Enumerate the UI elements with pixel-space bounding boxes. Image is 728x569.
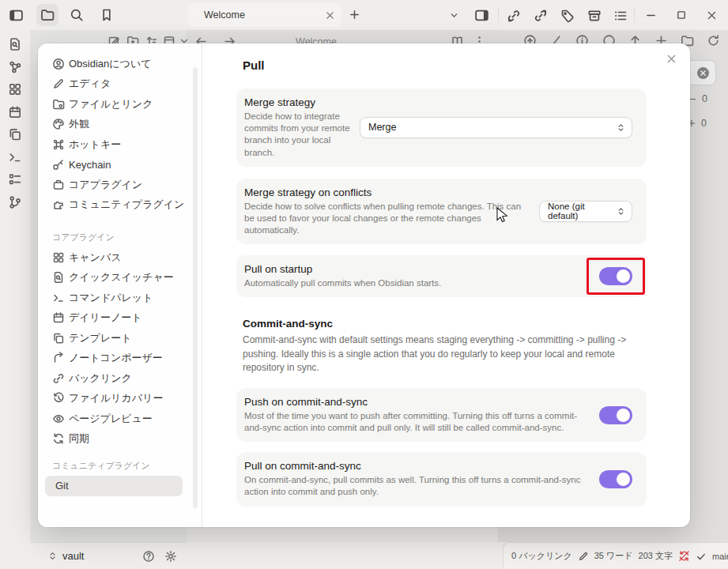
merge-strategy-select[interactable]: Merge xyxy=(360,117,632,138)
modal-close-icon[interactable] xyxy=(666,53,677,65)
section-heading: Commit-and-sync xyxy=(243,318,647,330)
setting-info: Push on commit-and-sync Most of the time… xyxy=(244,396,599,434)
files-view-button[interactable] xyxy=(36,4,58,26)
note-composer-icon xyxy=(52,352,65,364)
sidebar-item-file-recovery[interactable]: ファイルリカバリー xyxy=(38,389,202,409)
history-icon xyxy=(52,392,65,405)
tab-welcome[interactable]: Welcome xyxy=(188,3,341,27)
folder-icon xyxy=(40,8,55,22)
pull-on-commit-and-sync-toggle[interactable] xyxy=(599,470,632,488)
word-count: 35 ワード xyxy=(594,550,633,562)
calendar-icon xyxy=(52,311,65,324)
new-tab-icon[interactable] xyxy=(349,9,360,21)
settings-sidebar: Obsidianについて エディタ ファイルとリンク 外観 ホットキー Keyc… xyxy=(38,43,202,527)
vault-name: vault xyxy=(62,550,84,562)
git-up-to-date-icon xyxy=(696,551,707,562)
status-bar: 0 バックリンク 35 ワード 203 文字 main xyxy=(503,542,728,569)
tab-close-icon[interactable] xyxy=(325,10,335,21)
sidebar-item-command-palette[interactable]: コマンドパレット xyxy=(38,288,202,308)
list-icon[interactable] xyxy=(613,9,628,23)
sidebar-item-community-plugins[interactable]: コミュニティプラグイン xyxy=(38,195,202,216)
backlink-count[interactable]: 0 バックリンク xyxy=(511,550,572,562)
sidebar-item-files-links[interactable]: ファイルとリンク xyxy=(38,94,202,115)
terminal-icon xyxy=(52,292,65,304)
window-minimize-icon[interactable] xyxy=(645,9,657,21)
sidebar-item-hotkeys[interactable]: ホットキー xyxy=(38,134,202,155)
titlebar-divider xyxy=(498,8,499,22)
key-icon xyxy=(52,158,65,171)
sync-icon xyxy=(52,432,65,445)
sidebar-item-about[interactable]: Obsidianについて xyxy=(38,54,202,74)
copy-icon xyxy=(52,332,65,345)
user-circle-icon xyxy=(52,58,65,70)
sidebar-item-page-preview[interactable]: ページプレビュー xyxy=(38,409,202,429)
archive-icon[interactable] xyxy=(587,9,602,23)
git-branch-name: main xyxy=(712,552,728,561)
canvas-icon[interactable] xyxy=(8,82,22,96)
setting-info: Pull on startup Automatically pull commi… xyxy=(244,263,587,289)
folder-link-icon xyxy=(52,98,65,111)
page-title: Pull xyxy=(243,58,647,72)
tags-icon[interactable] xyxy=(560,9,575,23)
daily-note-icon[interactable] xyxy=(8,105,22,119)
section-description: Commit-and-sync with default settings me… xyxy=(243,333,642,375)
outgoing-links-icon[interactable] xyxy=(534,9,548,23)
window-close-icon[interactable] xyxy=(706,9,718,21)
merge-conflicts-select[interactable]: None (git default) xyxy=(539,201,632,222)
window-maximize-icon[interactable] xyxy=(676,9,687,21)
git-source-control-icon[interactable] xyxy=(8,195,22,209)
git-sync-disabled-icon[interactable] xyxy=(678,550,690,562)
toggle-right-sidebar-icon[interactable] xyxy=(474,8,489,23)
sidebar-item-editor[interactable]: エディタ xyxy=(38,74,202,95)
palette-icon xyxy=(52,118,65,130)
sidebar-scrollbar[interactable] xyxy=(193,67,198,508)
sidebar-item-sync[interactable]: 同期 xyxy=(38,429,202,450)
tab-list-chevron-icon[interactable] xyxy=(449,10,459,21)
sidebar-item-core-plugins[interactable]: コアプラグイン xyxy=(38,175,202,195)
sidebar-item-canvas[interactable]: キャンバス xyxy=(38,247,202,268)
graph-view-icon[interactable] xyxy=(8,60,22,74)
sidebar-item-git[interactable]: Git xyxy=(45,476,183,496)
task-list-icon[interactable] xyxy=(8,172,22,187)
setting-pull-on-startup: Pull on startup Automatically pull commi… xyxy=(236,255,647,297)
settings-modal: Obsidianについて エディタ ファイルとリンク 外観 ホットキー Keyc… xyxy=(38,43,690,527)
settings-gear-icon[interactable] xyxy=(164,550,177,563)
select-chevrons-icon xyxy=(617,122,625,133)
setting-pull-on-commit-and-sync: Pull on commit-and-sync On commit-and-sy… xyxy=(236,452,647,506)
sidebar-item-keychain[interactable]: Keychain xyxy=(38,155,202,175)
command-palette-icon[interactable] xyxy=(8,150,22,164)
setting-push-on-commit-and-sync: Push on commit-and-sync Most of the time… xyxy=(236,388,647,442)
sidebar-item-note-composer[interactable]: ノートコンポーザー xyxy=(38,349,202,369)
chevrons-up-down-icon xyxy=(47,551,58,561)
setting-merge-strategy: Merge strategy Decide how to integrate c… xyxy=(236,89,647,167)
help-icon[interactable] xyxy=(142,550,155,563)
quick-switcher-icon[interactable] xyxy=(8,37,22,51)
incoming-links-icon[interactable] xyxy=(507,9,521,23)
toggle-left-sidebar-icon[interactable] xyxy=(9,8,24,23)
pull-on-startup-toggle[interactable] xyxy=(599,267,632,285)
titlebar-divider-2 xyxy=(634,8,635,22)
settings-content: Pull Merge strategy Decide how to integr… xyxy=(202,43,690,527)
titlebar: Welcome xyxy=(0,0,728,30)
sidebar-item-appearance[interactable]: 外観 xyxy=(38,115,202,135)
puzzle-icon xyxy=(52,198,65,211)
community-plugins-header: コミュニティプラグイン xyxy=(52,460,202,472)
select-chevrons-icon xyxy=(617,206,625,217)
vault-switcher[interactable]: vault xyxy=(30,542,187,569)
left-ribbon xyxy=(0,30,30,542)
sidebar-item-quick-switcher[interactable]: クイックスイッチャー xyxy=(38,268,202,288)
core-plugins-header: コアプラグイン xyxy=(52,232,202,243)
setting-info: Merge strategy Decide how to integrate c… xyxy=(244,96,360,159)
sidebar-item-backlinks[interactable]: バックリンク xyxy=(38,368,202,389)
bookmark-icon[interactable] xyxy=(100,8,114,22)
command-icon xyxy=(52,138,65,151)
eye-icon xyxy=(52,413,65,425)
push-on-commit-and-sync-toggle[interactable] xyxy=(599,406,632,424)
setting-merge-strategy-conflicts: Merge strategy on conflicts Decide how t… xyxy=(236,179,647,245)
sidebar-item-templates[interactable]: テンプレート xyxy=(38,328,202,349)
pencil-icon xyxy=(52,77,65,90)
templates-icon[interactable] xyxy=(8,127,22,141)
red-highlight-box xyxy=(587,258,645,295)
search-icon[interactable] xyxy=(70,8,84,22)
sidebar-item-daily-notes[interactable]: デイリーノート xyxy=(38,308,202,329)
